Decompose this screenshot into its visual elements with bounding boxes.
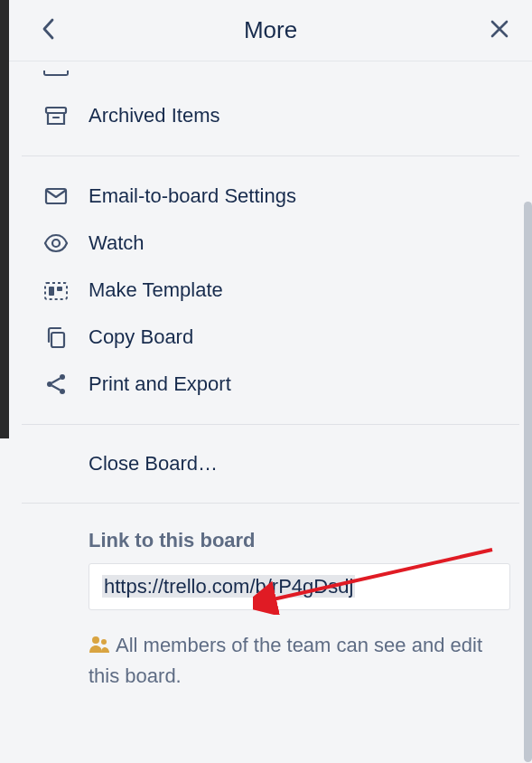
partial-item-cutoff xyxy=(43,71,519,76)
email-settings-item[interactable]: Email-to-board Settings xyxy=(22,173,519,220)
board-link-value: https://trello.com/b/rP4gDsdj xyxy=(102,575,355,598)
close-board-item[interactable]: Close Board… xyxy=(22,441,519,486)
share-icon xyxy=(43,372,69,397)
make-template-item[interactable]: Make Template xyxy=(22,267,519,314)
make-template-label: Make Template xyxy=(89,278,223,302)
svg-point-10 xyxy=(92,636,99,644)
print-export-label: Print and Export xyxy=(89,372,231,396)
divider xyxy=(22,503,519,504)
panel-title: More xyxy=(244,16,297,44)
mail-icon xyxy=(43,184,69,209)
partial-icon xyxy=(43,71,69,76)
chevron-left-icon xyxy=(40,16,58,45)
print-export-item[interactable]: Print and Export xyxy=(22,361,519,408)
divider xyxy=(22,155,519,156)
background-strip xyxy=(0,0,9,438)
svg-point-8 xyxy=(47,382,52,387)
svg-point-2 xyxy=(52,240,60,247)
copy-board-label: Copy Board xyxy=(89,325,193,349)
watch-label: Watch xyxy=(89,231,145,255)
team-visibility-note: All members of the team can see and edit… xyxy=(22,630,510,692)
svg-rect-6 xyxy=(51,333,64,347)
link-section: Link to this board https://trello.com/b/… xyxy=(22,520,519,701)
svg-rect-0 xyxy=(46,108,66,113)
close-button[interactable] xyxy=(485,16,514,45)
archived-items-item[interactable]: Archived Items xyxy=(22,92,519,139)
archive-icon xyxy=(43,103,69,128)
copy-board-item[interactable]: Copy Board xyxy=(22,314,519,361)
svg-rect-5 xyxy=(57,287,62,291)
svg-point-7 xyxy=(60,374,65,380)
scrollbar-thumb[interactable] xyxy=(524,202,532,762)
scrollbar-track[interactable] xyxy=(524,61,532,763)
back-button[interactable] xyxy=(34,16,63,45)
more-menu-panel: More Archived Items xyxy=(9,0,532,763)
watch-item[interactable]: Watch xyxy=(22,220,519,267)
divider xyxy=(22,424,519,425)
svg-point-11 xyxy=(101,639,107,645)
panel-content: Archived Items Email-to-board Settings W… xyxy=(9,71,532,701)
close-board-label: Close Board… xyxy=(89,452,218,476)
close-icon xyxy=(489,18,510,43)
eye-icon xyxy=(43,231,69,256)
link-heading: Link to this board xyxy=(89,529,510,552)
svg-rect-4 xyxy=(49,287,54,296)
board-link-input[interactable]: https://trello.com/b/rP4gDsdj xyxy=(89,563,510,610)
panel-header: More xyxy=(9,0,532,61)
copy-icon xyxy=(43,325,69,350)
archived-items-label: Archived Items xyxy=(89,104,220,127)
template-icon xyxy=(43,278,69,303)
team-note-text: All members of the team can see and edit… xyxy=(89,634,482,687)
email-settings-label: Email-to-board Settings xyxy=(89,184,296,208)
svg-point-9 xyxy=(60,389,65,394)
svg-rect-3 xyxy=(45,283,67,299)
team-icon xyxy=(89,635,110,655)
